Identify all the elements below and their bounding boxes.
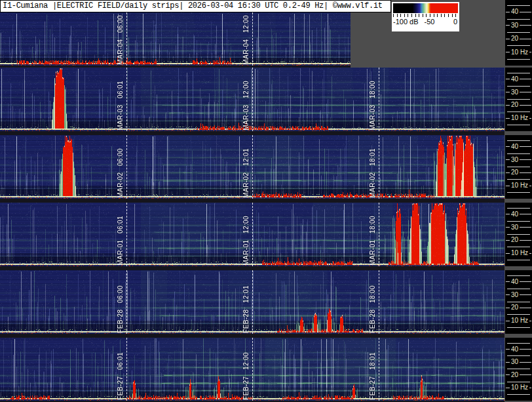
frequency-ruler: 40302010 Hz <box>505 203 532 266</box>
freq-tick <box>507 125 530 125</box>
freq-tick-labeled: 10 Hz <box>506 249 531 257</box>
freq-tick-label: 20 <box>510 35 520 42</box>
freq-tick-label: 20 <box>510 237 520 243</box>
time-gridline <box>126 270 127 334</box>
tick-line <box>529 118 531 119</box>
tick-line <box>520 294 531 295</box>
freq-tick <box>507 5 530 6</box>
freq-tick-labeled: 10 Hz <box>506 49 531 56</box>
time-mark-label: FEB-28 18:00 <box>369 285 376 333</box>
tick-line <box>520 92 531 92</box>
time-gridline <box>252 270 253 334</box>
spectrogram-canvas <box>0 12 351 66</box>
tick-line <box>529 388 531 388</box>
freq-tick-labeled: 30 <box>506 22 531 30</box>
spectrogram-strip: FEB-27 06:01FEB-27 12:00FEB-27 18:01 <box>0 338 504 401</box>
frequency-ruler: 40302010 Hz <box>505 135 532 199</box>
time-mark-label: FEB-27 12:00 <box>242 352 250 400</box>
freq-tick-labeled: 30 <box>506 89 531 96</box>
colorbar-mid-label: -50 <box>424 17 434 26</box>
spectrogram-strip: MAR-04 06:00MAR-04 12:00 <box>0 12 351 66</box>
freq-tick <box>507 289 530 289</box>
tick-line <box>529 253 531 254</box>
freq-tick-label: 30 <box>510 359 520 365</box>
freq-tick-label: 30 <box>510 22 520 29</box>
tick-line <box>520 349 531 350</box>
freq-tick <box>507 153 530 154</box>
freq-tick-label: 40 <box>510 9 520 15</box>
tick-line <box>520 281 531 282</box>
tick-line <box>520 79 531 79</box>
freq-tick-label: 30 <box>510 157 520 163</box>
colorbar-legend: -100 dB -50 0 <box>392 2 459 31</box>
freq-tick-label: 20 <box>510 372 520 378</box>
tick-line <box>529 321 531 321</box>
freq-tick-labeled: 30 <box>506 156 531 164</box>
freq-tick <box>507 167 530 167</box>
freq-tick-labeled: 10 Hz <box>506 114 531 122</box>
tick-line <box>529 186 531 186</box>
tick-line <box>520 374 531 375</box>
tick-line <box>520 172 531 173</box>
freq-tick <box>507 221 530 222</box>
frequency-ruler: 40302010 Hz <box>505 270 532 334</box>
time-mark-label: FEB-28 12:01 <box>242 285 250 333</box>
time-gridline <box>379 338 379 401</box>
freq-tick-labeled: 40 <box>506 346 531 353</box>
freq-tick-label: 20 <box>510 304 520 311</box>
freq-tick <box>507 234 530 235</box>
freq-tick-labeled: 10 Hz <box>506 384 531 392</box>
freq-tick-label: 40 <box>510 346 520 353</box>
colorbar-min-label: -100 dB <box>393 17 419 26</box>
time-gridline <box>252 203 253 266</box>
freq-tick <box>507 192 530 193</box>
freq-tick-label: 30 <box>510 89 520 96</box>
freq-tick-labeled: 30 <box>506 358 531 366</box>
freq-tick-labeled: 40 <box>506 75 531 83</box>
freq-tick-label: 40 <box>510 76 520 83</box>
freq-tick-labeled: 40 <box>506 278 531 286</box>
freq-tick <box>507 32 530 33</box>
tick-line <box>529 52 531 52</box>
freq-tick <box>507 302 530 302</box>
time-mark-label: MAR-01 18:00 <box>369 216 376 266</box>
freq-tick-labeled: 30 <box>506 224 531 231</box>
time-mark-label: MAR-04 12:00 <box>242 15 250 65</box>
freq-tick <box>507 73 530 73</box>
spectrogram-strip: FEB-28 06:00FEB-28 12:01FEB-28 18:00 <box>0 270 504 334</box>
freq-tick <box>507 314 530 315</box>
freq-tick-label: 40 <box>510 144 520 150</box>
time-mark-label: MAR-03 18:00 <box>369 81 376 131</box>
tick-line <box>520 227 531 228</box>
freq-tick-labeled: 20 <box>506 35 531 43</box>
freq-tick <box>507 355 530 356</box>
freq-tick <box>507 111 530 112</box>
time-mark-label: FEB-28 06:00 <box>117 285 124 333</box>
freq-tick <box>507 86 530 87</box>
freq-tick <box>507 369 530 369</box>
freq-tick-label: 30 <box>510 292 520 298</box>
freq-tick-labeled: 10 Hz <box>506 182 531 190</box>
freq-tick <box>507 394 530 395</box>
colorbar-gradient <box>393 3 458 13</box>
freq-tick <box>507 247 530 247</box>
freq-tick-label: 20 <box>510 102 520 108</box>
freq-tick <box>507 327 530 328</box>
freq-tick-label: 40 <box>510 211 520 218</box>
tick-line <box>520 12 531 12</box>
freq-tick <box>507 179 530 180</box>
title-bar: I1-Cumiana |ELECTRIC FIELD/daily strips|… <box>0 0 391 12</box>
freq-tick-label: 30 <box>510 224 520 231</box>
time-mark-label: FEB-27 18:01 <box>369 352 376 400</box>
freq-tick <box>507 260 530 260</box>
tick-line <box>520 240 531 241</box>
frequency-ruler: 40302010 Hz <box>505 0 532 66</box>
freq-tick-labeled: 30 <box>506 291 531 299</box>
colorbar-labels: -100 dB -50 0 <box>393 17 458 26</box>
frequency-ruler: 40302010 Hz <box>505 338 532 401</box>
time-gridline <box>252 12 253 66</box>
tick-line <box>520 159 531 160</box>
time-gridline <box>252 68 253 131</box>
freq-tick <box>507 382 530 382</box>
time-gridline <box>126 12 127 66</box>
